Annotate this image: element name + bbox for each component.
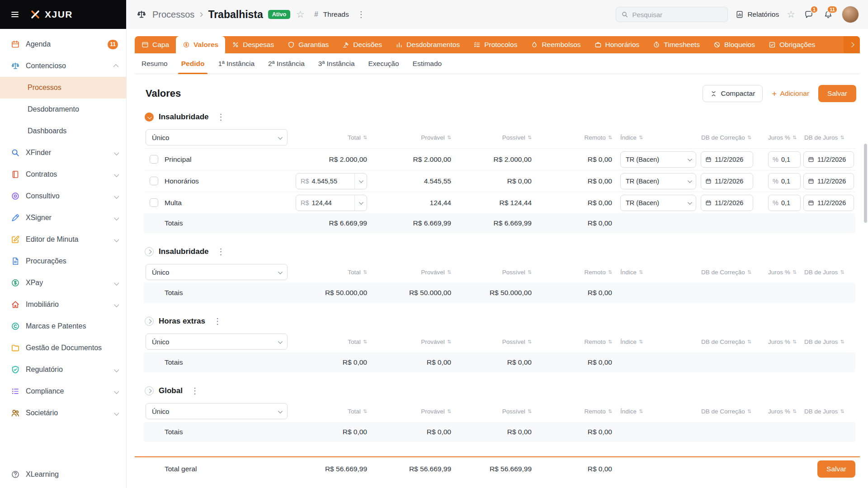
sidebar-item-marcas-e-patentes[interactable]: Marcas e Patentes <box>0 315 126 337</box>
db-juros-input[interactable]: 11/2/2026 <box>803 151 854 168</box>
tabs-scroll-right-button[interactable] <box>844 36 860 53</box>
tab-bloqueios[interactable]: Bloqueios <box>707 36 762 53</box>
sort-icon[interactable]: ⇅ <box>528 339 532 345</box>
currency-select[interactable] <box>354 195 367 211</box>
tab-despesas[interactable]: Despesas <box>225 36 281 53</box>
tab-protocolos[interactable]: Protocolos <box>467 36 524 53</box>
juros-input[interactable]: %0,1 <box>768 151 801 168</box>
sort-icon[interactable]: ⇅ <box>840 269 844 275</box>
subtab-resumo[interactable]: Resumo <box>135 53 175 74</box>
row-checkbox[interactable] <box>150 198 158 207</box>
scrollbar-thumb[interactable] <box>864 144 867 223</box>
row-checkbox[interactable] <box>150 177 158 185</box>
sort-icon[interactable]: ⇅ <box>447 269 451 275</box>
mode-select[interactable]: Único <box>146 129 288 145</box>
db-correcao-input[interactable]: 11/2/2026 <box>701 195 753 211</box>
mode-select[interactable]: Único <box>146 403 288 419</box>
app-logo[interactable]: XJUR <box>30 9 73 20</box>
sort-icon[interactable]: ⇅ <box>528 135 532 141</box>
subtab-execucao[interactable]: Execução <box>362 53 406 74</box>
subtab-1a-instancia[interactable]: 1ª Instância <box>211 53 261 74</box>
section-collapse-toggle[interactable] <box>145 317 154 326</box>
tab-timesheets[interactable]: Timesheets <box>646 36 707 53</box>
tab-honorarios[interactable]: Honorários <box>588 36 646 53</box>
juros-input[interactable]: %0,1 <box>768 173 801 189</box>
sidebar-item-compliance[interactable]: Compliance <box>0 380 126 402</box>
sidebar-item-xfinder[interactable]: XFinder <box>0 142 126 164</box>
section-menu-button[interactable]: ⋮ <box>214 247 228 257</box>
sort-icon[interactable]: ⇅ <box>608 135 612 141</box>
compact-button[interactable]: Compactar <box>703 85 763 102</box>
sort-icon[interactable]: ⇅ <box>447 135 451 141</box>
global-search[interactable] <box>616 7 728 22</box>
sort-icon[interactable]: ⇅ <box>747 408 751 414</box>
db-juros-input[interactable]: 11/2/2026 <box>803 173 854 189</box>
chat-icon[interactable]: 1 <box>803 9 815 20</box>
hamburger-menu-icon[interactable] <box>9 9 21 20</box>
sidebar-item-dashboards[interactable]: Dashboards <box>0 120 126 142</box>
sort-icon[interactable]: ⇅ <box>639 269 643 275</box>
sort-icon[interactable]: ⇅ <box>363 269 367 275</box>
sort-icon[interactable]: ⇅ <box>528 269 532 275</box>
sort-icon[interactable]: ⇅ <box>793 408 797 414</box>
tab-desdobramentos[interactable]: Desdobramentos <box>389 36 467 53</box>
save-button[interactable]: Salvar <box>818 85 856 102</box>
sort-icon[interactable]: ⇅ <box>608 408 612 414</box>
sort-icon[interactable]: ⇅ <box>747 339 751 345</box>
record-menu-button[interactable]: ⋮ <box>354 9 368 19</box>
sort-icon[interactable]: ⇅ <box>793 135 797 141</box>
sort-icon[interactable]: ⇅ <box>528 408 532 414</box>
mode-select[interactable]: Único <box>146 333 288 350</box>
row-checkbox[interactable] <box>150 155 158 164</box>
subtab-2a-instancia[interactable]: 2ª Instância <box>261 53 311 74</box>
section-collapse-toggle[interactable] <box>145 247 154 256</box>
breadcrumb-root[interactable]: Processos <box>152 9 194 20</box>
sort-icon[interactable]: ⇅ <box>447 339 451 345</box>
sort-icon[interactable]: ⇅ <box>793 339 797 345</box>
section-collapse-toggle[interactable] <box>145 113 154 122</box>
section-menu-button[interactable]: ⋮ <box>210 316 225 326</box>
section-collapse-toggle[interactable] <box>145 386 154 395</box>
favorite-star-icon[interactable]: ☆ <box>296 9 305 20</box>
db-correcao-input[interactable]: 11/2/2026 <box>701 151 753 168</box>
sidebar-item-processos[interactable]: Processos <box>0 77 126 99</box>
sort-icon[interactable]: ⇅ <box>840 135 844 141</box>
tab-capa[interactable]: Capa <box>135 36 176 53</box>
sort-icon[interactable]: ⇅ <box>447 408 451 414</box>
sidebar-item-procuracoes[interactable]: Procurações <box>0 250 126 272</box>
sort-icon[interactable]: ⇅ <box>363 135 367 141</box>
sidebar-item-societario[interactable]: Societário <box>0 402 126 424</box>
total-input[interactable]: R$4.545,55 <box>296 173 367 189</box>
tab-reembolsos[interactable]: Reembolsos <box>524 36 587 53</box>
sort-icon[interactable]: ⇅ <box>363 339 367 345</box>
sidebar-item-gestao-de-documentos[interactable]: Gestão de Documentos <box>0 337 126 359</box>
total-input[interactable]: R$124,44 <box>296 195 367 211</box>
tab-valores[interactable]: Valores <box>176 36 225 53</box>
sidebar-item-consultivo[interactable]: Consultivo <box>0 185 126 207</box>
sidebar-item-regulatorio[interactable]: Regulatório <box>0 359 126 380</box>
sort-icon[interactable]: ⇅ <box>639 135 643 141</box>
sort-icon[interactable]: ⇅ <box>840 408 844 414</box>
tab-obrigacoes[interactable]: Obrigações <box>762 36 833 53</box>
indice-select[interactable]: TR (Bacen) <box>620 173 696 189</box>
subtab-pedido[interactable]: Pedido <box>175 53 212 74</box>
db-juros-input[interactable]: 11/2/2026 <box>803 195 854 211</box>
sidebar-item-xlearning[interactable]: XLearning <box>0 461 126 488</box>
currency-select[interactable] <box>354 174 367 189</box>
user-avatar[interactable] <box>842 6 859 23</box>
juros-input[interactable]: %0,1 <box>768 195 801 211</box>
sort-icon[interactable]: ⇅ <box>747 269 751 275</box>
sidebar-item-editor-de-minuta[interactable]: Editor de Minuta <box>0 229 126 250</box>
sidebar-item-xpay[interactable]: XPay <box>0 272 126 294</box>
sort-icon[interactable]: ⇅ <box>840 339 844 345</box>
sort-icon[interactable]: ⇅ <box>608 269 612 275</box>
threads-link[interactable]: Threads <box>323 10 349 19</box>
reports-button[interactable]: Relatórios <box>736 10 779 19</box>
indice-select[interactable]: TR (Bacen) <box>620 195 696 211</box>
sidebar-item-contratos[interactable]: Contratos <box>0 164 126 185</box>
save-button-footer[interactable]: Salvar <box>817 460 855 478</box>
sort-icon[interactable]: ⇅ <box>793 269 797 275</box>
favorites-star-icon[interactable]: ☆ <box>787 9 795 20</box>
subtab-3a-instancia[interactable]: 3ª Instância <box>311 53 362 74</box>
section-menu-button[interactable]: ⋮ <box>214 112 228 122</box>
